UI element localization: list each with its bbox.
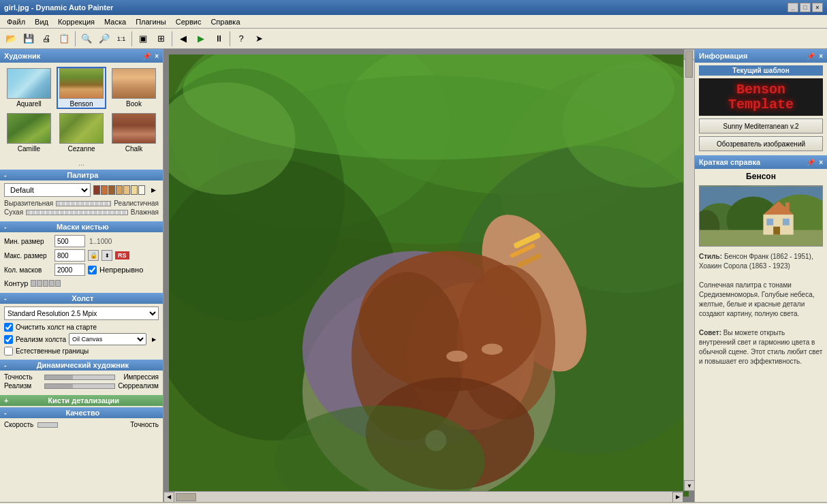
menu-view[interactable]: Вид [31,16,52,27]
toolbar-arrow[interactable]: ➤ [251,31,267,47]
quality-header: - Качество [0,407,163,418]
dry-label: Сухая [4,208,23,216]
menu-service[interactable]: Сервис [172,16,206,27]
expressive-slider[interactable] [56,201,111,206]
speed-label: Скорость [4,421,35,428]
toolbar-zoom-in[interactable]: 🔎 [96,31,112,47]
contour-slider[interactable] [31,280,61,287]
canvas-title: Холст [7,294,159,302]
max-size-input[interactable] [54,249,85,262]
scroll-left-button[interactable]: ◀ [163,492,174,503]
toolbar-play-back[interactable]: ◀ [175,31,191,47]
canvas-area: ▲ ▼ ◀ ▶ [163,49,694,502]
swatch-white[interactable] [138,185,145,195]
image-browser-button[interactable]: Обозреватель изображений [699,136,823,151]
toolbar-save[interactable]: 💾 [20,31,37,47]
swatch-lightbrown[interactable] [123,185,130,195]
realism-dropdown[interactable]: Oil Canvas [69,333,146,345]
realism-checkbox[interactable] [4,335,13,344]
detail-brushes-header: + Кисти детализации [0,395,163,406]
svg-rect-38 [785,202,790,210]
clear-canvas-checkbox[interactable] [4,323,13,332]
scroll-thumb-horizontal[interactable] [176,493,196,501]
maximize-button[interactable]: □ [800,3,811,12]
toolbar-grid1[interactable]: ▣ [135,31,151,47]
artist-item-aquarell[interactable]: Aquarell [4,67,54,109]
artist-item-benson[interactable]: Benson [57,67,106,109]
continuous-label: Непрерывно [99,266,143,274]
help-image-svg [700,186,822,247]
scroll-down-button[interactable]: ▼ [684,480,694,491]
help-pin-icon[interactable]: 📌 [807,159,815,166]
menu-file[interactable]: Файл [3,16,29,27]
titlebar-controls[interactable]: _ □ × [787,3,823,12]
resolution-dropdown[interactable]: Standard Resolution 2.5 Mpix [4,306,159,320]
artist-item-book[interactable]: Book [109,67,159,109]
artist-item-cezanne[interactable]: Cezanne [57,112,106,154]
current-template-label: Текущий шаблон [699,65,823,76]
toolbar-help[interactable]: ? [233,31,249,47]
arrow-up-down[interactable]: ⬍ [102,250,112,261]
realism-slider[interactable] [44,383,115,389]
continuous-row: Непрерывно [88,266,143,274]
artist-item-camille[interactable]: Camille [4,112,54,154]
toolbar-1to1[interactable]: 1:1 [114,31,129,47]
lock-button[interactable]: 🔒 [88,250,99,261]
toolbar-print[interactable]: 🖨 [38,31,54,47]
scroll-right-button[interactable]: ▶ [672,492,683,503]
swatch-red[interactable] [93,185,100,195]
canvas-scrollbar-vertical[interactable]: ▲ ▼ [683,49,694,491]
panel-pin-icon[interactable]: 📌 [142,52,151,60]
info-pin-icon[interactable]: 📌 [807,52,815,60]
minimize-button[interactable]: _ [787,3,798,12]
toolbar-open[interactable]: 📂 [3,31,19,47]
brush-masks-header: - Маски кистью [0,221,163,232]
canvas-section: Standard Resolution 2.5 Mpix Очистить хо… [0,304,163,358]
canvas-scrollbar-horizontal[interactable]: ◀ ▶ [163,491,683,502]
toolbar-pause[interactable]: ⏸ [210,31,227,47]
accuracy-slider[interactable] [44,375,115,380]
toolbar-play[interactable]: ▶ [193,31,209,47]
palette-dropdown[interactable]: Default [4,183,91,197]
menu-plugins[interactable]: Плагины [131,16,170,27]
artist-grid: Aquarell Benson Book Camille Cezanne Cha… [0,63,163,158]
info-close-icon[interactable]: × [819,52,823,60]
realism-dyn-label: Реализм [4,382,42,390]
toolbar-zoom-out[interactable]: 🔍 [78,31,95,47]
masks-count-input[interactable] [54,264,85,276]
natural-borders-checkbox[interactable] [4,347,13,356]
close-button[interactable]: × [812,3,823,12]
svg-rect-36 [783,219,790,225]
artist-label-cezanne: Cezanne [67,145,95,153]
continuous-checkbox[interactable] [88,266,97,274]
quality-slider[interactable] [37,422,125,428]
swatch-tan[interactable] [116,185,123,195]
artist-label-book: Book [126,100,142,108]
realism-more[interactable]: ▶ [149,334,159,345]
color-swatches [93,185,145,195]
scroll-thumb-vertical[interactable] [685,50,693,78]
swatch-brown[interactable] [108,185,115,195]
help-close-icon[interactable]: × [819,159,823,166]
accuracy-row: Точность Импрессия [4,373,159,381]
min-size-input[interactable] [54,235,85,247]
swatch-orange[interactable] [101,185,108,195]
menu-help[interactable]: Справка [206,16,244,27]
toolbar-grid2[interactable]: ⊞ [153,31,169,47]
dry-slider[interactable] [26,210,128,215]
accuracy-label: Точность [4,373,42,381]
artist-item-chalk[interactable]: Chalk [109,112,159,154]
artist-label-camille: Camille [18,145,40,153]
menu-correction[interactable]: Коррекция [54,16,99,27]
style-button[interactable]: Sunny Mediterranean v.2 [699,119,823,133]
menu-mask[interactable]: Маска [100,16,130,27]
swatch-beige[interactable] [131,185,138,195]
rs-button[interactable]: RS [115,251,129,259]
help-title: Краткая справка [699,158,760,166]
palette-more-button[interactable]: ▶ [148,184,159,196]
artist-thumb-aquarell [7,68,51,99]
realism-label: Реализм холста [16,336,66,343]
toolbar-sep2 [131,31,132,46]
toolbar-copy[interactable]: 📋 [56,31,72,47]
panel-close-icon[interactable]: × [155,52,159,60]
